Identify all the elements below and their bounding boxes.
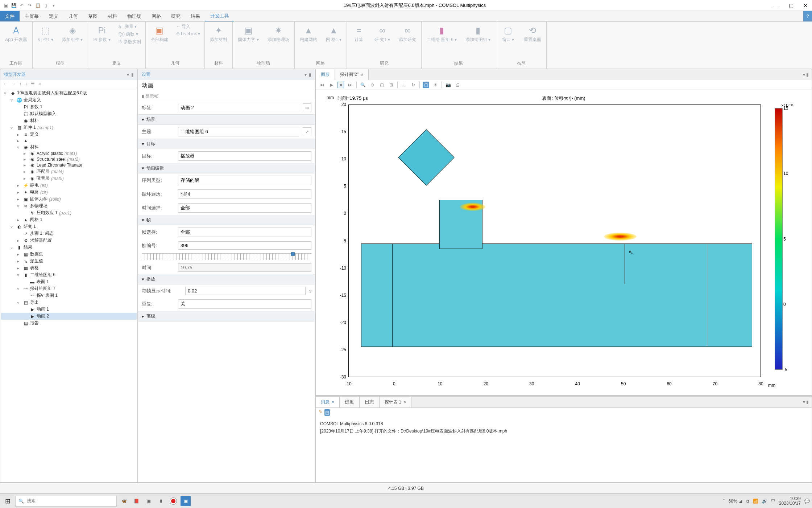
section-target[interactable]: ▾ 目标	[138, 139, 315, 149]
tab-probe-table[interactable]: 探针表 1×	[380, 397, 411, 407]
label-link-icon[interactable]: ▭	[303, 103, 311, 112]
collapse-icon[interactable]: ☰	[31, 81, 35, 86]
tree-item[interactable]: ▿≋多物理场	[1, 202, 137, 209]
tab-physics[interactable]: 物理场	[122, 11, 146, 21]
ftime-input[interactable]	[185, 287, 306, 295]
tree-item[interactable]: ▬表面 1	[1, 278, 137, 285]
close-button[interactable]: ✕	[802, 3, 809, 8]
tab-study[interactable]: 研究	[166, 11, 186, 21]
camera-icon[interactable]: 📷	[445, 82, 451, 88]
tree-item[interactable]: ▿▦组件 1 (comp1)	[1, 124, 137, 131]
tree-item[interactable]: ▸▦表格	[1, 265, 137, 271]
stop-icon[interactable]: ■	[337, 82, 344, 88]
add-physics-button[interactable]: ✷添加物理场	[265, 23, 291, 44]
target-select[interactable]: 播放器	[178, 151, 311, 161]
undo-icon[interactable]: ↶	[19, 3, 25, 8]
section-advanced[interactable]: ▸ 高级	[138, 311, 315, 321]
close-tab-icon[interactable]: ×	[361, 72, 363, 77]
nav-up-icon[interactable]: ↑	[19, 81, 21, 86]
theme-select[interactable]: 二维绘图组 6	[178, 127, 299, 136]
save-icon[interactable]: 💾	[11, 3, 17, 8]
solid-mechanics-button[interactable]: ▣固体力学 ▾	[236, 23, 261, 44]
maximize-button[interactable]: ▢	[787, 3, 795, 8]
zoom-extents-icon[interactable]: ⊞	[388, 82, 394, 88]
tree-item[interactable]: Pi参数 1	[1, 103, 137, 110]
tree-item[interactable]: ▸◉Lead Zirconate Titanate	[1, 162, 137, 168]
zoom-box-icon[interactable]: ▢	[378, 82, 385, 88]
task-view-icon[interactable]: ▣	[144, 496, 154, 506]
compute-button[interactable]: =计算	[350, 23, 368, 44]
help-button[interactable]: ?	[803, 11, 812, 21]
tree-item[interactable]: ▿◉材料	[1, 144, 137, 151]
tree-item[interactable]: ▿〰探针绘图组 7	[1, 285, 137, 292]
task-app-2[interactable]: 📕	[131, 496, 141, 506]
graphics-pin-icon[interactable]: ▮	[806, 72, 809, 77]
tab-geometry[interactable]: 几何	[63, 11, 83, 21]
minimize-button[interactable]: —	[773, 3, 780, 8]
variables-button[interactable]: a= 变量 ▾	[117, 23, 142, 30]
param-case-button[interactable]: Pi 参数实例	[117, 38, 142, 45]
label-input[interactable]	[178, 104, 299, 112]
add-material-button[interactable]: ✦添加材料	[208, 23, 229, 44]
close-icon[interactable]: ×	[332, 400, 334, 405]
tab-developer[interactable]: 开发工具	[205, 11, 234, 21]
show-frame-button[interactable]: ▮ 显示帧	[142, 93, 158, 99]
nav-back-icon[interactable]: ←	[3, 81, 8, 86]
taskbar-clock[interactable]: 10:392023/10/17	[779, 496, 801, 506]
tree-item[interactable]: ◉材料	[1, 117, 137, 124]
zoom-in-icon[interactable]: 🔍	[360, 82, 366, 88]
settings-pin-icon[interactable]: ▮	[309, 72, 311, 77]
paste-icon[interactable]: ▯	[43, 3, 49, 8]
tree-item[interactable]: ▶动画 1	[1, 306, 137, 313]
tree-item[interactable]: ▿▮结果	[1, 244, 137, 251]
copy-icon[interactable]: 📋	[35, 3, 41, 8]
redo-icon[interactable]: ↷	[27, 3, 33, 8]
graphics-menu-icon[interactable]: ▾	[803, 72, 805, 77]
task-app-1[interactable]: 🦋	[119, 496, 129, 506]
tab-log[interactable]: 日志	[360, 397, 380, 407]
section-play[interactable]: ▾ 播放	[138, 274, 315, 284]
reset-desktop-button[interactable]: ⟲重置桌面	[522, 23, 543, 44]
plot-canvas[interactable]: ↖	[348, 105, 761, 377]
loop-select[interactable]: 时间	[178, 189, 311, 199]
repeat-select[interactable]: 关	[178, 299, 311, 309]
ime-indicator[interactable]: 中	[771, 498, 775, 504]
notifications-icon[interactable]: 💬	[804, 499, 810, 504]
fnum-input[interactable]	[178, 241, 311, 250]
tree-item[interactable]: ▿▮二维绘图组 6	[1, 271, 137, 278]
tab-home[interactable]: 主屏幕	[20, 11, 44, 21]
tab-messages[interactable]: 消息×	[316, 397, 340, 407]
msg-tool2-icon[interactable]: ▤	[324, 409, 330, 416]
light-icon[interactable]: ☀	[432, 82, 439, 88]
tree-item[interactable]: ▿◆19#压电表面波斜入射有匹配层6.0版	[1, 90, 137, 97]
add-study-button[interactable]: ∞添加研究	[397, 23, 418, 44]
print-icon[interactable]: 🖨	[454, 82, 461, 88]
tree-item[interactable]: ▸▣固体力学 (solid)	[1, 196, 137, 202]
tab-file[interactable]: 文件	[0, 11, 20, 21]
app-builder-button[interactable]: AApp 开发器	[3, 23, 29, 44]
settings-menu-icon[interactable]: ▾	[304, 72, 307, 77]
volume-icon[interactable]: 🔊	[762, 499, 767, 504]
tree-item[interactable]: ▸◉吸音层 (mat5)	[1, 175, 137, 182]
parameters-button[interactable]: PiPi 参数 ▾	[91, 23, 112, 44]
fsel-select[interactable]: 全部	[178, 228, 311, 237]
add-plot-group-button[interactable]: ▮添加绘图组 ▾	[463, 23, 493, 44]
tab-definitions[interactable]: 定义	[44, 11, 63, 21]
task-pause-icon[interactable]: ⏸	[156, 496, 166, 506]
tree-item[interactable]: ▸◉Acrylic plastic (mat1)	[1, 151, 137, 156]
panel-pin-icon[interactable]: ▮	[131, 72, 134, 77]
tree-item[interactable]: ▿🌐全局定义	[1, 97, 137, 103]
tree-item[interactable]: ▸◉匹配层 (mat4)	[1, 168, 137, 175]
seq-select[interactable]: 存储的解	[178, 176, 311, 185]
tray-icon-1[interactable]: ⧉	[746, 499, 749, 504]
import-button[interactable]: ← 导入	[175, 23, 202, 30]
battery-status[interactable]: 68% ◪	[729, 499, 742, 504]
section-frame[interactable]: ▾ 帧	[138, 215, 315, 225]
tab-results[interactable]: 结果	[186, 11, 205, 21]
tab-progress[interactable]: 进度	[340, 397, 360, 407]
window-button[interactable]: ▢窗口 ▾	[499, 23, 517, 44]
plot-area[interactable]: 时间=19.75 μs 表面: 位移大小 (mm) mm 20151050-5-…	[316, 90, 812, 395]
tree-item[interactable]: ▸⚙求解器配置	[1, 237, 137, 244]
tree-item[interactable]: ⬚默认模型输入	[1, 110, 137, 117]
tree-item[interactable]: ▿◐研究 1	[1, 223, 137, 230]
